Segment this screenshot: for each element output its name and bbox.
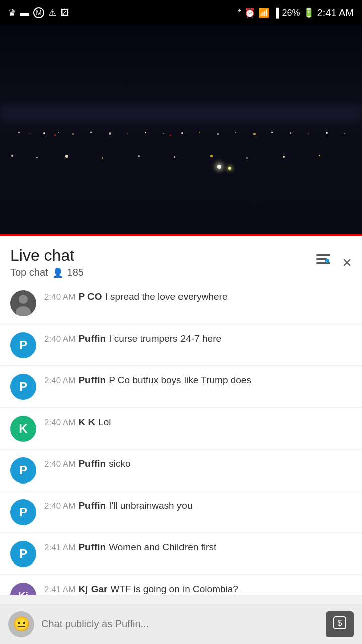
table-row: K 2:40 AM K K Lol [0,409,362,449]
table-row: P 2:40 AM Puffin I curse trumpers 24-7 h… [0,325,362,366]
message-text: I'll unbrainwash you [109,499,192,513]
battery-icon: 🔋 [303,7,314,18]
message-content: 2:40 AM Puffin P Co butfux boys like Tru… [44,374,352,387]
message-author: Puffin [78,333,106,344]
status-bar: ♛ ▬ M ⚠ 🖼 * ⏰ 📶 ▐ 26% 🔋 2:41 AM [0,0,362,25]
message-author: Puffin [78,375,106,386]
message-content: 2:40 AM P CO I spread the love everywher… [44,290,352,304]
message-text: I spread the love everywhere [105,290,227,304]
message-time: 2:40 AM [44,376,75,386]
table-row: P 2:40 AM Puffin I'll unbrainwash you [0,492,362,533]
message-author: Puffin [78,500,106,511]
close-button[interactable]: × [342,254,352,270]
message-content: 2:41 AM Kj Gar WTF is going on in Colomb… [44,583,352,595]
message-content: 2:40 AM Puffin sicko [44,457,352,471]
message-author: Puffin [78,542,106,553]
message-content: 2:41 AM Puffin Women and Children first [44,541,352,554]
video-player[interactable] [0,25,362,236]
send-icon: $ [333,616,347,633]
avatar [10,290,36,316]
table-row: P 2:40 AM Puffin P Co butfux boys like T… [0,367,362,408]
top-chat-row: Top chat 👤 185 [10,267,84,278]
message-content: 2:40 AM K K Lol [44,416,352,429]
avatar: Kj [10,583,36,595]
message-author: Kj Gar [78,584,107,595]
table-row: P 2:40 AM Puffin sicko [0,450,362,491]
message-time: 2:40 AM [44,459,75,469]
chat-header-right: × [316,254,352,270]
time-display: 2:41 AM [317,7,354,19]
avatar: P [10,541,36,567]
chat-messages-list[interactable]: 2:40 AM P CO I spread the love everywher… [0,283,362,595]
message-text: Lol [98,416,111,429]
svg-text:$: $ [338,619,342,627]
chat-input-bar: 😐 $ [0,604,362,644]
viewers-icon: 👤 [52,267,63,278]
chat-header-left: Live chat Top chat 👤 185 [10,246,84,278]
youtube-red-bar [0,234,362,236]
message-content: 2:40 AM Puffin I curse trumpers 24-7 her… [44,332,352,346]
video-content [0,25,362,236]
alarm-icon: ⏰ [244,7,255,18]
m-icon: M [33,7,44,18]
message-time: 2:40 AM [44,501,75,511]
message-author: P CO [78,291,102,302]
avatar: P [10,499,36,525]
message-text: I curse trumpers 24-7 here [109,332,221,346]
message-time: 2:40 AM [44,334,75,344]
status-right-icons: * ⏰ 📶 ▐ 26% 🔋 2:41 AM [238,7,354,19]
chat-header: Live chat Top chat 👤 185 × [0,236,362,283]
send-button[interactable]: $ [326,611,354,637]
message-author: Puffin [78,458,106,469]
emoji-button[interactable]: 😐 [8,611,34,637]
image-icon: 🖼 [60,8,69,18]
message-text: Women and Children first [109,541,216,554]
warning-icon: ⚠ [48,7,56,18]
city-lights [0,120,362,236]
bluetooth-icon: * [238,8,241,18]
table-row: 2:40 AM P CO I spread the love everywher… [0,283,362,324]
message-time: 2:40 AM [44,418,75,428]
avatar: P [10,374,36,400]
battery-percent: 26% [282,8,300,18]
viewer-count: 185 [67,267,84,278]
avatar: K [10,416,36,442]
message-author: K K [78,417,95,428]
message-time: 2:41 AM [44,585,75,595]
message-text: WTF is going on in Colombia? [110,583,238,595]
avatar: P [10,332,36,358]
status-left-icons: ♛ ▬ M ⚠ 🖼 [8,7,69,18]
folder-icon: ▬ [20,8,29,18]
wifi-icon: 📶 [258,7,269,18]
live-chat-title: Live chat [10,246,84,265]
signal-icon: ▐ [273,8,279,18]
emoji-icon: 😐 [13,616,30,632]
message-text: sicko [109,457,130,471]
live-chat-section: Live chat Top chat 👤 185 × [0,236,362,595]
chat-input-field[interactable] [41,611,319,637]
crown-icon: ♛ [8,7,16,18]
message-time: 2:41 AM [44,543,75,553]
table-row: Kj 2:41 AM Kj Gar WTF is going on in Col… [0,576,362,595]
filter-button[interactable] [316,254,330,270]
message-time: 2:40 AM [44,292,75,302]
message-text: P Co butfux boys like Trump does [109,374,251,387]
top-chat-label: Top chat [10,267,48,278]
message-content: 2:40 AM Puffin I'll unbrainwash you [44,499,352,513]
table-row: P 2:41 AM Puffin Women and Children firs… [0,534,362,575]
avatar: P [10,457,36,484]
svg-point-1 [19,295,28,304]
